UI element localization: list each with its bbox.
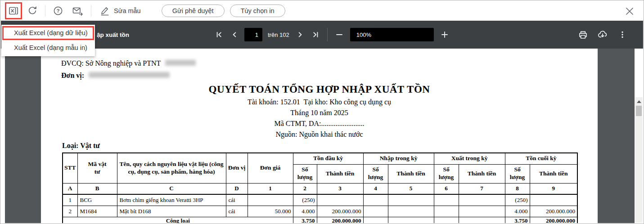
first-page-icon: [215, 30, 224, 39]
source-line: Nguồn: Nguồn khai thác nước: [41, 130, 598, 139]
edit-pencil-icon: [99, 5, 110, 16]
sub-header-qty: Số lượng: [363, 164, 388, 183]
table-row: 2 M1684 Mặt bít D168 cái 50.000 4.000 20…: [63, 206, 577, 217]
prev-page-icon: [230, 30, 239, 39]
download-button[interactable]: [597, 29, 608, 40]
first-page-button[interactable]: [214, 29, 225, 40]
vertical-scrollbar[interactable]: [635, 97, 643, 223]
more-options-button[interactable]: [617, 29, 628, 40]
excel-export-icon: [8, 5, 19, 16]
viewer-right-actions: [577, 21, 628, 49]
report-preview-window: ? Sửa mẫu Gửi phê duyệt: [0, 0, 644, 224]
page-count-label: trên 102: [268, 31, 289, 38]
col-header-price: Đơn giá: [248, 153, 293, 183]
toolbar-actions: Gửi phê duyệt Tùy chọn in: [162, 4, 285, 17]
scrollbar-thumb[interactable]: [636, 106, 642, 116]
table-row: 1 BCG Bơm chìm giếng khoan Veratti 3HP c…: [63, 194, 577, 206]
main-toolbar: ? Sửa mẫu Gửi phê duyệt: [1, 1, 643, 21]
group-header-out: Xuất trong kỳ: [434, 153, 505, 164]
col-header-stt: STT: [63, 153, 77, 183]
zoom-in-icon: [441, 31, 449, 39]
col-header-unit: Đơn vị: [226, 153, 248, 183]
sub-header-amount: Thành tiền: [530, 164, 577, 183]
sub-header-qty: Số lượng: [293, 164, 317, 183]
refresh-button[interactable]: [27, 5, 38, 16]
col-header-name: Tên, quy cách nguyên liệu vật liệu (công…: [117, 153, 226, 183]
inventory-summary-table: STT Mã vật tư Tên, quy cách nguyên liệu …: [62, 152, 578, 223]
document-viewer: ĐVCQ: Sở Nông nghiệp và PTNT Đơn vị: QUY…: [1, 49, 643, 223]
redacted-unit-name: [89, 72, 170, 78]
group-header-closing: Tồn cuối kỳ: [505, 153, 577, 164]
period-line: Tháng 10 năm 2025: [41, 109, 598, 117]
unit-label: Đơn vị:: [61, 72, 84, 79]
unit-line: Đơn vị:: [61, 72, 170, 80]
last-page-icon: [311, 30, 320, 39]
group-header-opening: Tồn đầu kỳ: [293, 153, 363, 164]
print-options-button[interactable]: Tùy chọn in: [230, 4, 285, 17]
menu-item-export-print-template[interactable]: Xuất Excel (dạng mẫu in): [1, 40, 95, 55]
table-total-row: Cộng loại 3.750 200.000.000 3.750 200.00…: [63, 217, 577, 223]
last-page-button[interactable]: [310, 29, 321, 40]
print-icon: [578, 30, 588, 40]
print-button[interactable]: [577, 29, 588, 40]
page-navigation: 1 trên 102 100%: [214, 21, 450, 49]
prev-page-button[interactable]: [229, 29, 240, 40]
excel-export-button[interactable]: [8, 5, 19, 16]
zoom-out-button[interactable]: [334, 29, 345, 40]
viewer-canvas: ĐVCQ: Sở Nông nghiệp và PTNT Đơn vị: QUY…: [5, 49, 635, 223]
edit-template-label: Sửa mẫu: [114, 7, 141, 14]
close-icon: [624, 5, 635, 17]
col-header-code: Mã vật tư: [77, 153, 117, 183]
svg-text:?: ?: [56, 8, 59, 13]
help-icon: ?: [53, 5, 63, 16]
zoom-out-icon: [335, 31, 343, 39]
zoom-in-button[interactable]: [439, 29, 450, 40]
zoom-level-field[interactable]: 100%: [350, 28, 434, 41]
send-email-button[interactable]: [72, 5, 84, 16]
edit-template-button[interactable]: Sửa mẫu: [99, 5, 141, 16]
sub-header-amount: Thành tiền: [317, 164, 363, 183]
column-letter-row: A B C D 1 2 3 4 5 6 7 8 9: [63, 183, 577, 194]
page-number-input[interactable]: 1: [244, 28, 262, 41]
send-email-icon: [72, 5, 84, 16]
table-header-group-row: STT Mã vật tư Tên, quy cách nguyên liệu …: [63, 153, 577, 164]
redacted-agency-name: [165, 60, 196, 66]
viewer-document-title: ập xuất tồn: [97, 21, 129, 49]
excel-export-menu: Xuất Excel (dạng dữ liệu) Xuất Excel (dạ…: [1, 25, 95, 56]
account-line: Tài khoản: 152.01 Tại kho: Kho công cụ d…: [41, 98, 598, 106]
toolbar-divider: [91, 5, 91, 17]
menu-item-export-data[interactable]: Xuất Excel (dạng dữ liệu): [1, 26, 95, 40]
toolbar-divider: [45, 5, 45, 17]
send-approval-button[interactable]: Gửi phê duyệt: [162, 4, 225, 17]
refresh-icon: [27, 5, 38, 16]
group-header-in: Nhập trong kỳ: [363, 153, 434, 164]
report-title: QUYẾT TOÁN TỔNG HỢP NHẬP XUẤT TỒN: [41, 84, 598, 95]
next-page-icon: [296, 30, 305, 39]
pdf-viewer-toolbar: ập xuất tồn 1 trên 102: [1, 21, 643, 49]
sub-header-qty: Số lượng: [505, 164, 530, 183]
viewerbar-divider: [327, 28, 328, 41]
managing-agency-text: ĐVCQ: Sở Nông nghiệp và PTNT: [61, 59, 161, 67]
managing-agency-line: ĐVCQ: Sở Nông nghiệp và PTNT: [61, 59, 196, 67]
more-options-icon: [617, 30, 627, 40]
program-code-line: Mã CTMT, DA:........................: [41, 120, 598, 128]
sub-header-amount: Thành tiền: [388, 164, 434, 183]
close-button[interactable]: [623, 5, 636, 18]
report-page: ĐVCQ: Sở Nông nghiệp và PTNT Đơn vị: QUY…: [41, 49, 598, 223]
material-type-label: Loại: Vật tư: [62, 142, 100, 150]
excel-export-highlight-box: [5, 2, 22, 19]
sub-header-qty: Số lượng: [434, 164, 459, 183]
total-row-label: Cộng loại: [63, 217, 293, 223]
help-button[interactable]: ?: [53, 5, 63, 16]
scroll-up-icon[interactable]: [636, 99, 641, 104]
download-icon: [597, 29, 608, 40]
next-page-button[interactable]: [295, 29, 306, 40]
sub-header-amount: Thành tiền: [459, 164, 505, 183]
